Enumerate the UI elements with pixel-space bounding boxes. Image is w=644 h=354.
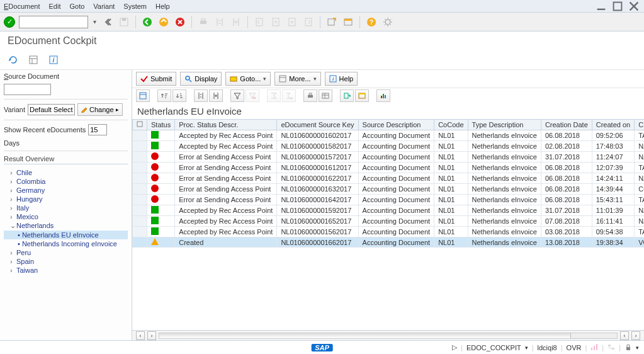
alv-views-icon[interactable] <box>319 89 332 102</box>
col-cocode[interactable]: CoCode <box>434 120 468 130</box>
print-icon[interactable] <box>197 16 210 28</box>
row-selector[interactable] <box>133 216 147 227</box>
find-next-icon[interactable] <box>230 16 242 28</box>
customize-icon[interactable] <box>381 16 394 28</box>
help-icon[interactable]: ? <box>365 16 378 28</box>
table-row[interactable]: Accepted by Rec Access PointNL0106000001… <box>133 205 645 216</box>
table-row[interactable]: Accepted by Rec Access PointNL0106000001… <box>133 227 645 237</box>
next-page-icon[interactable] <box>286 16 298 28</box>
recent-input[interactable] <box>88 124 107 135</box>
cancel-icon[interactable] <box>174 16 186 28</box>
row-selector[interactable] <box>133 130 147 141</box>
status-tcode-caret[interactable]: ▾ <box>525 345 528 351</box>
alv-filter-delete-icon[interactable] <box>246 89 259 102</box>
col-type-desc[interactable]: Type Description <box>468 120 541 130</box>
col-source-key[interactable]: eDocument Source Key <box>277 120 358 130</box>
tree-node-spain[interactable]: ›Spain <box>4 257 128 266</box>
menu-system[interactable]: System <box>123 3 147 10</box>
row-selector[interactable] <box>133 163 147 173</box>
alv-layout-icon[interactable] <box>355 89 369 102</box>
grid-scroll[interactable]: Status Proc. Status Descr. eDocument Sou… <box>132 119 644 330</box>
table-row[interactable]: Error at Sending Access PointNL010600000… <box>133 152 645 163</box>
menu-edit[interactable]: Edit <box>48 3 60 10</box>
tree-node-taiwan[interactable]: ›Taiwan <box>4 266 128 275</box>
alv-export-icon[interactable] <box>340 89 354 102</box>
tree-node-peru[interactable]: ›Peru <box>4 248 128 257</box>
alv-graphic-icon[interactable] <box>376 89 390 102</box>
tree-node-netherlands[interactable]: ⌄Netherlands <box>4 221 128 231</box>
alv-total-icon[interactable] <box>267 89 281 102</box>
table-row[interactable]: Error at Sending Access PointNL010600000… <box>133 184 645 195</box>
alv-details-icon[interactable] <box>136 89 150 102</box>
alv-sort-desc-icon[interactable] <box>172 89 186 102</box>
cmd-history-prev-icon[interactable] <box>101 16 114 28</box>
scroll-right2-icon[interactable]: › <box>631 331 640 340</box>
col-creation-date[interactable]: Creation Date <box>541 120 592 130</box>
col-proc-status[interactable]: Proc. Status Descr. <box>175 120 277 130</box>
table-row[interactable]: CreatedNL0106000001662017Accounting Docu… <box>133 237 645 248</box>
alv-print-icon[interactable] <box>303 89 317 102</box>
tree-node-italy[interactable]: ›Italy <box>4 203 128 212</box>
goto-button[interactable]: Goto...▾ <box>225 72 271 86</box>
variant-input[interactable] <box>28 104 75 115</box>
row-selector[interactable] <box>133 152 147 163</box>
col-status[interactable]: Status <box>147 120 175 130</box>
more-button[interactable]: More...▾ <box>274 72 320 86</box>
row-selector[interactable] <box>133 205 147 216</box>
source-doc-input[interactable] <box>4 84 51 95</box>
scroll-left2-icon[interactable]: ‹ <box>620 331 629 340</box>
tree-node-colombia[interactable]: ›Colombia <box>4 177 128 186</box>
info-icon[interactable]: i <box>47 53 60 67</box>
tree-node-germany[interactable]: ›Germany <box>4 186 128 195</box>
exit-icon[interactable] <box>157 16 170 28</box>
minimize-icon[interactable] <box>595 0 607 13</box>
tree-node-hungary[interactable]: ›Hungary <box>4 195 128 203</box>
alv-filter-icon[interactable] <box>230 89 244 102</box>
enter-button[interactable] <box>4 16 15 28</box>
statusbar-dropdown-icon[interactable]: ▷ <box>452 343 457 351</box>
new-session-icon[interactable] <box>325 16 338 28</box>
close-icon[interactable] <box>628 0 640 13</box>
tree-node-mexico[interactable]: ›Mexico <box>4 212 128 221</box>
table-row[interactable]: Accepted by Rec Access PointNL0106000001… <box>133 216 645 227</box>
col-created-by[interactable]: Created By <box>635 120 644 130</box>
save-icon[interactable] <box>118 16 130 28</box>
back-icon[interactable] <box>141 16 154 28</box>
h-scrollbar[interactable]: ‹ › ‹ › <box>132 330 644 340</box>
table-row[interactable]: Error at Sending Access PointNL010600000… <box>133 173 645 184</box>
alv-sort-asc-icon[interactable] <box>157 89 171 102</box>
table-row[interactable]: Error at Sending Access PointNL010600000… <box>133 195 645 205</box>
row-selector[interactable] <box>133 141 147 152</box>
shortcut-icon[interactable] <box>342 16 354 28</box>
col-created-on[interactable]: Created on <box>592 120 634 130</box>
find-icon[interactable] <box>213 16 226 28</box>
submit-button[interactable]: Submit <box>136 72 176 86</box>
scroll-right-icon[interactable]: › <box>147 331 156 340</box>
menu-help[interactable]: Help <box>155 3 170 10</box>
row-selector[interactable] <box>133 173 147 184</box>
layout-icon[interactable] <box>26 53 40 67</box>
row-selector[interactable] <box>133 195 147 205</box>
status-lock-icon[interactable] <box>624 343 632 352</box>
table-row[interactable]: Accepted by Rec Access PointNL0106000001… <box>133 130 645 141</box>
alv-find-icon[interactable] <box>194 89 208 102</box>
maximize-icon[interactable] <box>611 0 624 13</box>
status-lock-caret[interactable]: ▾ <box>636 345 639 351</box>
display-button[interactable]: Display <box>180 72 222 86</box>
command-field[interactable] <box>19 16 88 28</box>
help-button[interactable]: iHelp <box>325 72 358 86</box>
menu-variant[interactable]: Variant <box>93 3 115 10</box>
change-variant-button[interactable]: Change ▸ <box>77 103 123 116</box>
alv-subtotal-icon[interactable] <box>282 89 296 102</box>
table-row[interactable]: Accepted by Rec Access PointNL0106000001… <box>133 141 645 152</box>
col-source-desc[interactable]: Source Description <box>358 120 434 130</box>
first-page-icon[interactable] <box>253 16 266 28</box>
tree-node-chile[interactable]: ›Chile <box>4 168 128 177</box>
menu-goto[interactable]: Goto <box>69 3 84 10</box>
col-selector[interactable] <box>133 120 147 130</box>
tree-node-nl-eu-einvoice[interactable]: • Netherlands EU eInvoice <box>4 231 128 239</box>
alv-find-next-icon[interactable] <box>209 89 223 102</box>
table-row[interactable]: Error at Sending Access PointNL010600000… <box>133 163 645 173</box>
last-page-icon[interactable] <box>302 16 315 28</box>
cmd-dropdown-icon[interactable]: ▾ <box>92 18 98 25</box>
